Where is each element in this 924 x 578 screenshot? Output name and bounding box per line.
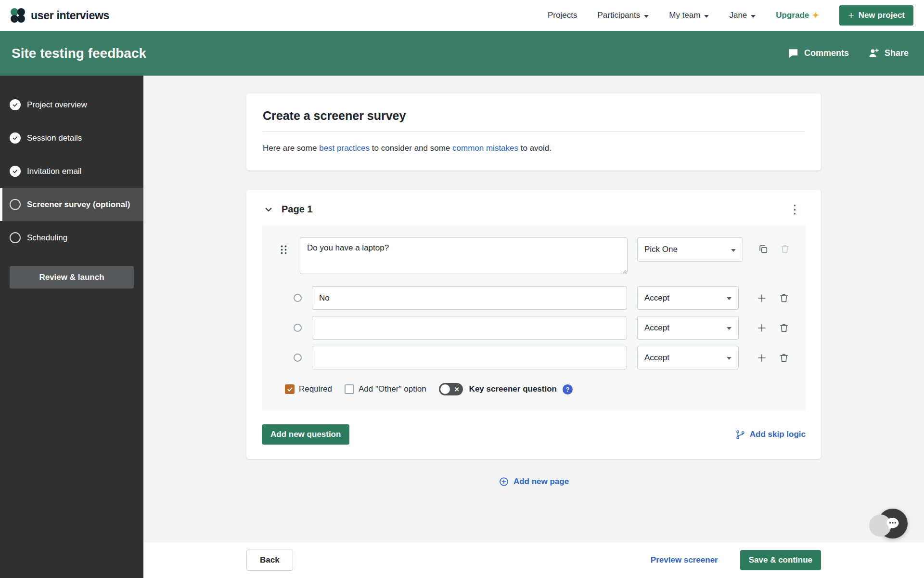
sidebar-step-project-overview[interactable]: Project overview xyxy=(0,88,143,121)
sidebar-step-session-details[interactable]: Session details xyxy=(0,121,143,155)
collapse-page-button[interactable] xyxy=(263,204,274,215)
add-new-page-row: Add new page xyxy=(246,476,821,487)
add-new-question-button[interactable]: Add new question xyxy=(262,424,349,445)
option-text-input[interactable] xyxy=(312,346,627,369)
option-action-value: Accept xyxy=(644,323,669,333)
chevron-down-icon xyxy=(727,357,732,360)
home-link[interactable]: user interviews xyxy=(10,7,109,24)
plus-icon xyxy=(757,293,767,303)
question-type-select[interactable]: Pick One xyxy=(637,237,743,262)
sidebar-step-invitation-email[interactable]: Invitation email xyxy=(0,155,143,188)
page-title: Page 1 xyxy=(282,204,312,215)
radio-icon[interactable] xyxy=(294,354,302,362)
add-option-button[interactable] xyxy=(757,353,767,363)
trash-icon xyxy=(779,323,789,333)
check-icon xyxy=(287,386,293,393)
delete-option-button[interactable] xyxy=(779,293,789,303)
trash-icon xyxy=(779,353,789,363)
project-header-actions: Comments Share xyxy=(788,48,909,59)
option-text-input[interactable] xyxy=(312,316,627,340)
best-practices-link[interactable]: best practices xyxy=(319,144,370,153)
nav-my-team[interactable]: My team xyxy=(669,11,709,20)
plus-icon: + xyxy=(848,11,854,20)
check-circle-icon xyxy=(10,132,21,144)
add-other-checkbox[interactable] xyxy=(345,384,354,394)
copy-icon xyxy=(758,244,769,254)
delete-question-button[interactable] xyxy=(780,244,790,254)
intro-text-part: to avoid. xyxy=(518,144,552,153)
help-icon[interactable]: ? xyxy=(563,384,573,394)
intro-text: Here are some best practices to consider… xyxy=(263,144,805,153)
question-text-input[interactable]: Do you have a laptop? xyxy=(300,237,628,274)
page-menu-button[interactable]: ⋮ xyxy=(785,203,805,215)
option-action-value: Accept xyxy=(644,353,669,363)
plus-icon xyxy=(757,323,767,333)
add-new-page-link[interactable]: Add new page xyxy=(499,476,569,487)
delete-option-button[interactable] xyxy=(779,323,789,333)
question-settings-row: Required Add "Other" option ✕ Key screen… xyxy=(285,383,792,395)
brand-wordmark: user interviews xyxy=(31,9,109,22)
step-label: Invitation email xyxy=(27,167,81,176)
option-row: Accept xyxy=(269,346,792,369)
radio-icon[interactable] xyxy=(294,294,302,302)
upgrade-link[interactable]: Upgrade✦ xyxy=(776,10,819,21)
new-project-button[interactable]: +New project xyxy=(839,5,913,26)
nav-projects-label: Projects xyxy=(548,11,577,20)
top-nav: Projects Participants My team Jane Upgra… xyxy=(548,5,913,26)
bottom-bar: Back Preview screener Save & continue xyxy=(143,542,924,578)
nav-user-menu[interactable]: Jane xyxy=(729,11,756,20)
upgrade-label: Upgrade xyxy=(776,11,809,20)
trash-icon xyxy=(779,293,789,303)
intro-title: Create a screener survey xyxy=(263,109,805,123)
project-header: Site testing feedback Comments Share xyxy=(0,31,924,76)
comments-button[interactable]: Comments xyxy=(788,48,849,59)
chevron-down-icon xyxy=(731,249,736,252)
preview-screener-link[interactable]: Preview screener xyxy=(651,555,718,565)
option-text-input[interactable] xyxy=(312,286,627,310)
option-action-select[interactable]: Accept xyxy=(637,316,739,340)
comments-label: Comments xyxy=(804,48,849,58)
option-action-select[interactable]: Accept xyxy=(637,346,739,369)
required-label: Required xyxy=(299,384,332,394)
main-scroll: Create a screener survey Here are some b… xyxy=(143,76,924,542)
option-actions xyxy=(757,353,789,363)
chevron-down-icon xyxy=(264,205,273,214)
toggle-off-x-icon: ✕ xyxy=(454,386,460,393)
chat-launcher-button[interactable] xyxy=(878,509,908,539)
key-screener-label: Key screener question xyxy=(469,384,557,394)
common-mistakes-link[interactable]: common mistakes xyxy=(452,144,518,153)
add-skip-logic-label: Add skip logic xyxy=(750,430,806,439)
save-continue-button[interactable]: Save & continue xyxy=(740,550,821,570)
question-block: Do you have a laptop? Pick One xyxy=(262,225,806,411)
share-button[interactable]: Share xyxy=(868,48,909,59)
trash-icon xyxy=(780,244,790,254)
nav-participants[interactable]: Participants xyxy=(597,11,649,20)
option-row: Accept xyxy=(269,316,792,340)
duplicate-question-button[interactable] xyxy=(758,244,769,254)
chevron-down-icon xyxy=(644,15,649,18)
question-row: Do you have a laptop? Pick One xyxy=(269,237,792,274)
radio-icon[interactable] xyxy=(294,324,302,332)
delete-option-button[interactable] xyxy=(779,353,789,363)
nav-my-team-label: My team xyxy=(669,11,700,20)
key-screener-toggle[interactable]: ✕ xyxy=(439,383,463,395)
drag-handle-icon[interactable] xyxy=(280,245,289,254)
intro-text-part: to consider and some xyxy=(370,144,452,153)
intro-text-part: Here are some xyxy=(263,144,319,153)
project-title: Site testing feedback xyxy=(12,46,146,61)
add-option-button[interactable] xyxy=(757,293,767,303)
option-actions xyxy=(757,323,789,333)
review-launch-button[interactable]: Review & launch xyxy=(10,266,134,289)
back-button[interactable]: Back xyxy=(246,550,293,571)
sidebar-step-screener-survey[interactable]: Screener survey (optional) xyxy=(0,188,143,221)
sidebar-step-scheduling[interactable]: Scheduling xyxy=(0,221,143,254)
option-action-select[interactable]: Accept xyxy=(637,286,739,310)
nav-projects[interactable]: Projects xyxy=(548,11,577,20)
add-option-button[interactable] xyxy=(757,323,767,333)
nav-user-label: Jane xyxy=(729,11,747,20)
required-checkbox[interactable] xyxy=(285,384,295,394)
option-action-value: Accept xyxy=(644,293,669,303)
intro-card: Create a screener survey Here are some b… xyxy=(246,93,821,171)
sparkle-icon: ✦ xyxy=(812,10,819,21)
add-skip-logic-link[interactable]: Add skip logic xyxy=(735,430,806,440)
